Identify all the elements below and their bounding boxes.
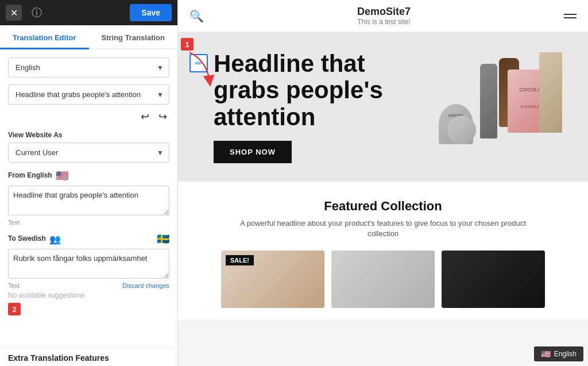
current-user-select[interactable]: Current User Guest Admin bbox=[8, 142, 169, 163]
view-website-as-label: View Website As bbox=[8, 131, 169, 139]
annotation-badge-1: 1 bbox=[181, 38, 194, 51]
product-card-3 bbox=[442, 251, 545, 308]
product-small-jar bbox=[447, 115, 476, 144]
product-image-group: COCOLO COCOLO cocolo bbox=[393, 52, 565, 161]
from-english-label-row: From English 🇺🇸 bbox=[8, 169, 169, 182]
tab-translation-editor[interactable]: Translation Editor bbox=[0, 25, 89, 49]
headline-select[interactable]: Headline that grabs people's attention S… bbox=[8, 84, 169, 105]
annotation-1-area: 1 bbox=[181, 38, 194, 51]
search-button[interactable]: 🔍 bbox=[189, 9, 204, 23]
from-text-type: Text bbox=[8, 219, 169, 226]
hero-text-block: Headline that grabs people's attention S… bbox=[214, 51, 387, 163]
to-text-footer: Text Discard changes bbox=[8, 281, 169, 289]
annotation-badge-2: 2 bbox=[8, 303, 21, 315]
tabs-bar: Translation Editor String Translation bbox=[0, 25, 177, 49]
headline-select-wrapper: Headline that grabs people's attention S… bbox=[8, 84, 169, 105]
shop-now-button[interactable]: SHOP NOW bbox=[214, 141, 292, 163]
undo-redo-bar: ↩ ↪ bbox=[8, 109, 169, 124]
product-card-1: SALE! bbox=[221, 251, 324, 308]
hero-headline: Headline that grabs people's attention bbox=[214, 51, 387, 130]
no-suggestions-label: No available suggestions bbox=[8, 291, 169, 299]
to-swedish-label: To Swedish bbox=[8, 234, 46, 242]
hamburger-button[interactable] bbox=[564, 14, 577, 18]
save-button[interactable]: Save bbox=[130, 4, 172, 21]
annotation-2-area: 2 bbox=[8, 303, 169, 315]
close-button[interactable]: ✕ bbox=[6, 5, 22, 21]
to-swedish-section: To Swedish 👥 🇸🇪 Rubrik som fångar folks … bbox=[8, 233, 169, 315]
preview-area: 1 ✏ Headline that grabs people's atte bbox=[178, 32, 588, 366]
site-header-center: DemoSite7 This is a test site! bbox=[357, 6, 411, 26]
extra-features-label: Extra Translation Features bbox=[0, 347, 177, 366]
hero-content: ✏ Headline that grabs people's attention… bbox=[189, 51, 387, 163]
view-website-as-section: View Website As Current User Guest Admin… bbox=[8, 131, 169, 163]
panel-content: English Swedish French ▼ Headline that g… bbox=[0, 49, 177, 347]
collab-icon: 👥 bbox=[49, 234, 61, 245]
undo-button[interactable]: ↩ bbox=[138, 109, 152, 124]
product-card-img-1: SALE! bbox=[221, 251, 324, 308]
hamburger-line-2 bbox=[564, 17, 577, 18]
discard-changes-link[interactable]: Discard changes bbox=[122, 282, 169, 289]
us-flag-icon: 🇺🇸 bbox=[56, 169, 68, 182]
to-text-type: Text bbox=[8, 282, 20, 289]
info-button[interactable]: ⓘ bbox=[29, 5, 45, 21]
sweden-flag-icon: 🇸🇪 bbox=[157, 233, 169, 245]
to-text-field[interactable]: Rubrik som fångar folks uppmärksamhet bbox=[8, 249, 169, 279]
featured-subtitle: A powerful headline about your product's… bbox=[239, 218, 527, 239]
featured-section: Featured Collection A powerful headline … bbox=[178, 182, 588, 319]
language-select[interactable]: English Swedish French bbox=[8, 57, 169, 78]
from-text-field-area: Headline that grabs people's attention bbox=[8, 186, 169, 218]
language-select-wrapper: English Swedish French ▼ bbox=[8, 57, 169, 78]
product-sticks bbox=[539, 52, 562, 133]
site-title: DemoSite7 bbox=[357, 6, 411, 18]
redo-button[interactable]: ↪ bbox=[156, 109, 169, 124]
pencil-icon: ✏ bbox=[195, 59, 202, 68]
hamburger-line-1 bbox=[564, 14, 577, 15]
hero-image-area: COCOLO COCOLO cocolo bbox=[387, 49, 571, 164]
english-badge-label: English bbox=[554, 350, 577, 358]
site-header: 🔍 DemoSite7 This is a test site! bbox=[178, 0, 588, 32]
product-card-img-3 bbox=[442, 251, 545, 308]
from-english-section: From English 🇺🇸 Headline that grabs peop… bbox=[8, 169, 169, 226]
right-panel: 🔍 DemoSite7 This is a test site! 1 bbox=[178, 0, 588, 366]
english-badge-flag: 🇺🇸 bbox=[541, 349, 551, 359]
featured-title: Featured Collection bbox=[189, 199, 577, 214]
edit-pencil-button[interactable]: ✏ bbox=[189, 54, 208, 72]
english-badge[interactable]: 🇺🇸 English bbox=[534, 346, 583, 361]
current-user-select-wrapper: Current User Guest Admin ▼ bbox=[8, 142, 169, 163]
panel-header: ✕ ⓘ Save bbox=[0, 0, 177, 25]
to-swedish-label-row: To Swedish 👥 🇸🇪 bbox=[8, 233, 169, 245]
to-text-field-area: Rubrik som fångar folks uppmärksamhet bbox=[8, 249, 169, 281]
product-bottle-pump bbox=[480, 64, 497, 138]
sale-badge: SALE! bbox=[226, 255, 254, 265]
tab-string-translation[interactable]: String Translation bbox=[89, 25, 178, 49]
left-panel: ✕ ⓘ Save Translation Editor String Trans… bbox=[0, 0, 178, 366]
from-text-field[interactable]: Headline that grabs people's attention bbox=[8, 186, 169, 215]
from-english-label: From English bbox=[8, 171, 52, 179]
hero-section: 1 ✏ Headline that grabs people's atte bbox=[178, 32, 588, 182]
site-subtitle: This is a test site! bbox=[357, 18, 411, 26]
product-card-2 bbox=[331, 251, 435, 308]
product-card-img-2 bbox=[331, 251, 435, 308]
product-grid: SALE! bbox=[189, 251, 577, 308]
